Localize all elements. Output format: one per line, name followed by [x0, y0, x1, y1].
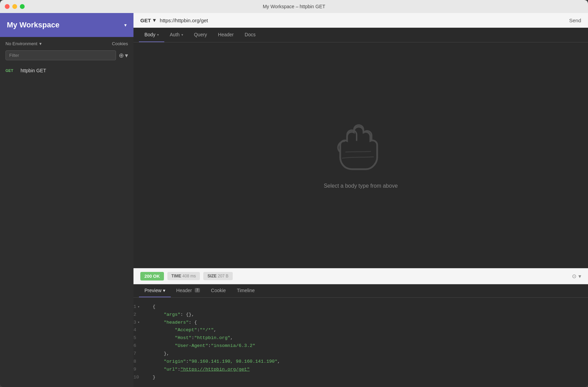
line-number-5: 5 — [133, 334, 147, 342]
method-label: GET — [140, 17, 151, 23]
cookie-tab-label: Cookie — [211, 288, 226, 293]
time-stat: TIME 408 ms — [167, 272, 200, 280]
workspace-header[interactable]: My Workspace ▾ — [0, 13, 133, 37]
timeline-tab-label: Timeline — [237, 288, 255, 293]
window-title: My Workspace – httpbin GET — [263, 4, 325, 9]
tab-docs[interactable]: Docs — [239, 28, 261, 42]
status-badge: 200 OK — [140, 272, 164, 280]
code-line-7: 7 }, — [133, 350, 588, 358]
code-line-2: 2 "args": {}, — [133, 311, 588, 319]
env-label: No Environment — [5, 41, 37, 46]
response-code-area: 1 ▾ { 2 "args": {}, 3 ▾ "headers": { 4 "… — [133, 298, 588, 387]
response-section: Preview ▾ Header 7 Cookie Timeline 1 ▾ — [133, 284, 588, 387]
auth-chevron-icon: ▾ — [181, 33, 183, 37]
title-bar: My Workspace – httpbin GET — [0, 0, 588, 13]
cookies-button[interactable]: Cookies — [112, 41, 128, 46]
header-badge: 7 — [195, 288, 200, 292]
workspace-title: My Workspace — [7, 21, 121, 29]
response-tab-header[interactable]: Header 7 — [171, 284, 205, 297]
response-tab-preview[interactable]: Preview ▾ — [139, 284, 171, 297]
size-stat: SIZE 207 B — [203, 272, 232, 280]
request-tabs-bar: Body ▾ Auth ▾ Query Header Docs — [133, 28, 588, 42]
header-tab-label: Header — [176, 288, 192, 293]
tab-header-label: Header — [218, 32, 234, 37]
list-item[interactable]: GET httpbin GET — [0, 64, 133, 77]
collapse-arrow-3[interactable]: ▾ — [138, 320, 140, 325]
body-chevron-icon: ▾ — [157, 33, 159, 37]
tab-query-label: Query — [194, 32, 207, 37]
app-body: My Workspace ▾ No Environment ▾ Cookies … — [0, 13, 588, 387]
response-bar: 200 OK TIME 408 ms SIZE 207 B ⊙ ▾ — [133, 268, 588, 284]
window-controls — [5, 4, 25, 9]
method-chevron-icon: ▾ — [153, 17, 156, 23]
collapse-arrow-1[interactable]: ▾ — [138, 304, 140, 310]
filter-row: ⊕ ▾ — [0, 50, 133, 64]
main-panel: GET ▾ Send Body ▾ Auth ▾ Query Header — [133, 13, 588, 387]
tab-body[interactable]: Body ▾ — [139, 28, 164, 42]
line-number-9: 9 — [133, 366, 147, 374]
code-line-9: 9 "url": "https://httpbin.org/get" — [133, 366, 588, 374]
line-number-3: 3 ▾ — [133, 319, 147, 327]
request-list: GET httpbin GET — [0, 64, 133, 387]
line-number-2: 2 — [133, 311, 147, 319]
line-number-1: 1 ▾ — [133, 303, 147, 311]
request-body-area: Select a body type from above — [133, 42, 588, 268]
response-actions[interactable]: ⊙ ▾ — [572, 273, 581, 279]
add-chevron-icon: ▾ — [125, 52, 128, 59]
response-actions-chevron-icon: ▾ — [578, 273, 581, 279]
method-badge: GET — [5, 68, 16, 73]
status-text: OK — [153, 274, 160, 279]
sidebar-toolbar: No Environment ▾ Cookies — [0, 37, 133, 50]
time-value: 408 ms — [182, 274, 196, 278]
url-bar: GET ▾ Send — [133, 13, 588, 28]
status-code: 200 — [144, 274, 152, 279]
workspace-dropdown-icon[interactable]: ▾ — [124, 22, 127, 28]
tab-query[interactable]: Query — [189, 28, 213, 42]
body-hint-text: Select a body type from above — [324, 183, 398, 189]
code-line-1: 1 ▾ { — [133, 303, 588, 311]
preview-tab-label: Preview — [144, 288, 162, 293]
request-name: httpbin GET — [21, 68, 46, 73]
response-tab-timeline[interactable]: Timeline — [231, 284, 260, 297]
sidebar: My Workspace ▾ No Environment ▾ Cookies … — [0, 13, 133, 387]
line-number-6: 6 — [133, 342, 147, 350]
code-line-10: 10 } — [133, 374, 588, 382]
response-tab-cookie[interactable]: Cookie — [205, 284, 231, 297]
close-button[interactable] — [5, 4, 10, 9]
url-input[interactable] — [160, 17, 565, 23]
send-button[interactable]: Send — [569, 17, 581, 23]
clock-icon: ⊙ — [572, 273, 576, 279]
size-value: 207 B — [218, 274, 228, 278]
response-tabs-bar: Preview ▾ Header 7 Cookie Timeline — [133, 284, 588, 298]
code-line-8: 8 "origin": "98.160.141.190, 98.160.141.… — [133, 358, 588, 366]
code-line-3: 3 ▾ "headers": { — [133, 319, 588, 327]
minimize-button[interactable] — [12, 4, 17, 9]
tab-docs-label: Docs — [245, 32, 256, 37]
tab-body-label: Body — [144, 32, 155, 37]
env-chevron-icon: ▾ — [39, 41, 42, 46]
filter-input[interactable] — [5, 50, 116, 60]
url-link[interactable]: "https://httpbin.org/get" — [180, 366, 250, 374]
tab-header[interactable]: Header — [213, 28, 239, 42]
line-number-8: 8 — [133, 358, 147, 366]
tab-auth-label: Auth — [170, 32, 180, 37]
code-line-6: 6 "User-Agent": "insomnia/6.3.2" — [133, 342, 588, 350]
time-label: TIME — [171, 274, 181, 278]
environment-selector[interactable]: No Environment ▾ — [5, 41, 42, 46]
add-icon: ⊕ — [119, 52, 124, 59]
line-number-10: 10 — [133, 374, 147, 382]
maximize-button[interactable] — [20, 4, 25, 9]
size-label: SIZE — [207, 274, 217, 278]
hand-icon — [333, 121, 388, 176]
method-selector[interactable]: GET ▾ — [140, 17, 156, 23]
preview-chevron-icon: ▾ — [163, 288, 165, 293]
line-number-4: 4 — [133, 326, 147, 334]
tab-auth[interactable]: Auth ▾ — [164, 28, 189, 42]
code-line-4: 4 "Accept": "*/*", — [133, 326, 588, 334]
line-number-7: 7 — [133, 350, 147, 358]
add-request-button[interactable]: ⊕ ▾ — [119, 52, 128, 59]
code-line-5: 5 "Host": "httpbin.org", — [133, 334, 588, 342]
